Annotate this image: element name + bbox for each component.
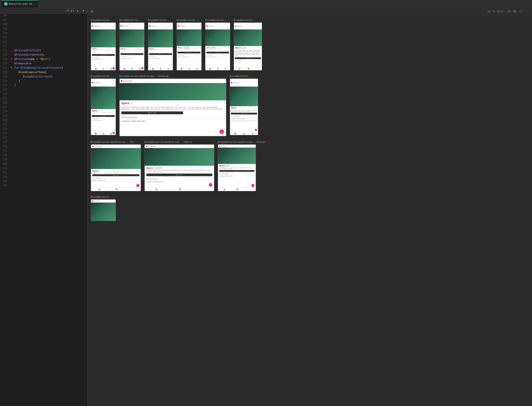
preview-label-3: BloomDetailSc... <box>148 19 173 22</box>
preview-thumb-5: BloomCompose AgaveIn stock Lorem ipsum d… <box>205 22 230 70</box>
info-count: 1 <box>73 9 74 12</box>
line-num-117: 117 <box>0 62 10 65</box>
line-num-112: 112 <box>0 40 10 43</box>
preview-label-1: BloomDetailSc... <box>91 19 116 22</box>
nav-up-button[interactable]: ▲ <box>76 9 80 12</box>
preview-item-8[interactable]: BloomDetailSc... BloomCompose Agave●● Lo… <box>230 75 258 135</box>
code-line-114: 114 @PreviewFontScale <box>0 49 87 53</box>
tablet2-care: Care instructions <box>219 173 254 175</box>
preview-item-1[interactable]: BloomDetailSc... BloomCompose Agave ●●● … <box>91 19 116 70</box>
code-line-120: 120 BloomDetailScreen() <box>0 75 87 79</box>
fab-phone-wide: + <box>136 184 140 187</box>
more-options-button[interactable]: ⋯ <box>524 9 529 14</box>
preview-row-1: BloomDetailSc... BloomCompose Agave ●●● … <box>91 19 529 70</box>
code-line-115: 115 @PreviewScreenSizes <box>0 53 87 57</box>
line-num-119: 119 <box>0 70 10 74</box>
preview-label-desktop: BloomDetailScreenPreview - Desktop <box>119 75 226 78</box>
fab-tablet: + <box>209 183 212 187</box>
tablet2-faq: Frequently asked questions <box>219 175 254 177</box>
code-toolbar: ⚠ 6 ▲ 1 ▲ ▼ <box>0 8 87 14</box>
code-line-117: 117 @Composable <box>0 62 87 66</box>
status-area: Up-to-date ✓ ⊟ ⊞ ⬡ ⋯ <box>488 9 529 14</box>
code-line-108: 108 <box>0 22 87 27</box>
code-line-122: 122 } <box>0 84 87 88</box>
code-line-109: 109 <box>0 27 87 31</box>
preview-label-4: BloomDetailSc... <box>177 19 202 22</box>
preview-item-7[interactable]: BloomDetailSc... BloomCompose Agave ●●● … <box>91 75 116 135</box>
tab-detail-screen[interactable]: DetailScreen.kt × <box>2 0 38 7</box>
preview-thumb-3: BloomCompose Agave ●●● Lorem ipsum dolor… <box>148 22 173 70</box>
run-icon[interactable]: ▶ <box>10 66 13 69</box>
tab-bar: DetailScreen.kt × <box>0 0 532 8</box>
grid-view-button[interactable]: ⊞ <box>90 9 95 14</box>
preview-label-6: BloomDetailSc... <box>234 19 262 22</box>
layout-toggle-button[interactable]: ⊟ <box>507 9 511 14</box>
warning-icon: ⚠ <box>66 9 67 12</box>
code-panel: ⚠ 6 ▲ 1 ▲ ▼ 106 107 108 <box>0 8 87 406</box>
toolbar-left: ⊞ <box>90 9 95 14</box>
line-num-108: 108 <box>0 22 10 26</box>
preview-item-desktop[interactable]: BloomDetailScreenPreview - Desktop Bloom… <box>119 75 226 136</box>
preview-toolbar: ⊞ Up-to-date ✓ ⊟ ⊞ ⬡ ⋯ <box>87 8 532 15</box>
preview-thumb-phone-wide: BloomCompose Agave ●●● Lorem ipsum dolor… <box>91 144 141 191</box>
preview-label-tablet-2: BloomDetailScreenPreview - Previe... <box>218 141 270 144</box>
desktop-care-instructions: Care instructions <box>121 116 224 119</box>
preview-thumb-tablet-2: BloomCompose Agave In stock Lorem ipsum … <box>218 144 256 191</box>
tablet-faq: Frequently asked questions <box>146 180 212 183</box>
line-num-120: 120 <box>0 75 10 78</box>
preview-thumb-tablet: BloomCompose Agave ●●● In stock Lorem ip… <box>144 144 214 191</box>
fab-button-7: + <box>113 132 115 134</box>
preview-label-last: BloomDetailSc... <box>91 196 116 198</box>
preview-item-phone-wide[interactable]: BloomDetailScreenPreview - Pho... BloomC… <box>91 141 141 191</box>
preview-label-5: BloomDetailSc... <box>205 19 230 22</box>
code-line-116: 116 ⚙ @Preview(name = "Main") <box>0 57 87 62</box>
kotlin-file-icon <box>4 2 7 6</box>
preview-item-5[interactable]: BloomDetailSc... BloomCompose AgaveIn st… <box>205 19 230 70</box>
line-num-110: 110 <box>0 31 10 35</box>
code-content[interactable]: 106 107 108 109 110 <box>0 14 87 406</box>
preview-item-tablet-2[interactable]: BloomDetailScreenPreview - Previe... Blo… <box>218 141 270 191</box>
code-line-112: 112 <box>0 40 87 44</box>
status-text: Up-to-date <box>488 10 503 13</box>
share-button[interactable]: ⬡ <box>518 9 523 14</box>
preview-item-tablet[interactable]: BloomDetailScreenPreview - Tablet BloomC… <box>144 141 214 191</box>
preview-item-4[interactable]: BloomDetailSc... BloomCompose Agave ●●In… <box>177 19 202 70</box>
code-line-113: 113 <box>0 44 87 49</box>
tab-close-button[interactable]: × <box>34 3 35 6</box>
line-num-113: 113 <box>0 44 10 48</box>
preview-thumb-2: BloomCompose Agave ●●● Lorem ipsum dolor… <box>119 22 144 70</box>
fab-tablet2: + <box>251 184 254 187</box>
code-line-110: 110 <box>0 31 87 36</box>
preview-thumb-last: BloomCompose <box>91 199 116 221</box>
preview-item-last[interactable]: BloomDetailSc... BloomCompose <box>91 196 116 221</box>
code-line-111: 111 <box>0 36 87 40</box>
warning-count: 6 <box>67 9 69 12</box>
preview-thumb-desktop: BloomCompose Agave ●●● Lorem ipsum conse… <box>119 79 226 136</box>
preview-row-2: BloomDetailSc... BloomCompose Agave ●●● … <box>91 75 529 136</box>
status-check-icon: ✓ <box>504 10 506 13</box>
fab-8: + <box>255 129 257 131</box>
code-line-106: 106 <box>0 14 87 18</box>
code-line-118: 118 ▶ fun BloomDetailScreenPreview(){ <box>0 66 87 70</box>
info-icon: ▲ <box>70 9 72 12</box>
line-num-109: 109 <box>0 27 10 30</box>
gear-icon[interactable]: ⚙ <box>10 57 13 60</box>
line-num-114: 114 <box>0 49 10 52</box>
preview-panel[interactable]: ⊞ Up-to-date ✓ ⊟ ⊞ ⬡ ⋯ BloomDetailSc... <box>87 8 532 406</box>
preview-thumb-4: BloomCompose Agave ●●In stock Lorem ipsu… <box>177 22 202 70</box>
code-line-121: 121 } <box>0 79 87 84</box>
preview-item-2[interactable]: BloomDetailSc... BloomCompose Agave ●●● … <box>119 19 144 70</box>
preview-thumb-6: BloomCompose Agave In stock Lorem ipsum … <box>234 22 262 70</box>
tab-filename: DetailScreen.kt <box>9 2 32 6</box>
preview-label-7: BloomDetailSc... <box>91 75 116 78</box>
preview-item-3[interactable]: BloomDetailSc... BloomCompose Agave ●●● … <box>148 19 173 70</box>
nav-down-button[interactable]: ▼ <box>81 9 85 12</box>
line-num-111: 111 <box>0 36 10 39</box>
preview-label-tablet: BloomDetailScreenPreview - Tablet <box>144 141 214 144</box>
preview-label-2: BloomDetailSc... <box>119 19 144 22</box>
gallery-button[interactable]: ⊞ <box>513 9 517 14</box>
preview-item-6[interactable]: BloomDetailSc... BloomCompose Agave <box>234 19 262 70</box>
line-num-116: 116 <box>0 57 10 61</box>
warning-badge: ⚠ 6 ▲ 1 <box>66 9 74 12</box>
fab-button-2: + <box>141 67 143 69</box>
